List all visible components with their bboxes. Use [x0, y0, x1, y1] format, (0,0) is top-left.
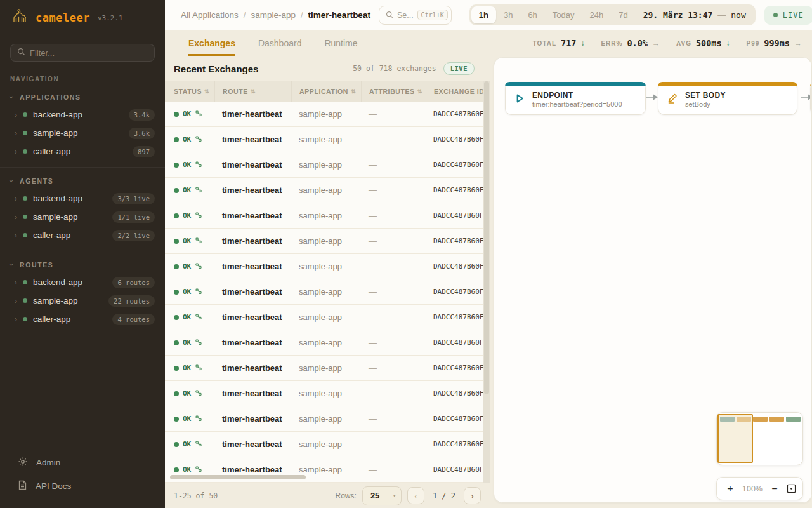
stat-avg: AVG500ms↓	[676, 38, 730, 48]
sidebar-item-backend-app[interactable]: ›backend-app3/3 live	[0, 189, 165, 208]
route-cell: timer-heartbeat	[222, 135, 282, 144]
exchange-row[interactable]: OKtimer-heartbeatsample-app—DADCC487B60F…	[165, 406, 490, 432]
exchange-row[interactable]: OKtimer-heartbeatsample-app—DADCC487B60F…	[165, 254, 490, 279]
exchange-row[interactable]: OKtimer-heartbeatsample-app—DADCC487B60F…	[165, 356, 490, 381]
document-icon	[18, 480, 27, 492]
date-to[interactable]: now	[726, 10, 753, 20]
time-range-24h[interactable]: 24h	[582, 6, 612, 23]
sidebar-item-caller-app[interactable]: ›caller-app2/2 live	[0, 226, 165, 244]
prev-page-button[interactable]: ‹	[407, 487, 424, 504]
sidebar-footer-api-docs[interactable]: API Docs	[0, 474, 165, 498]
route-cell: timer-heartbeat	[222, 236, 282, 246]
zoom-in-button[interactable]: +	[723, 484, 737, 494]
vertical-scrollbar[interactable]	[483, 81, 490, 483]
time-range-7d[interactable]: 7d	[611, 6, 635, 23]
exchange-row[interactable]: OKtimer-heartbeatsample-app—DADCC487B60F…	[165, 127, 490, 152]
sidebar-item-sample-app[interactable]: ›sample-app22 routes	[0, 291, 165, 310]
application-cell: sample-app	[299, 338, 342, 347]
column-header-attributes[interactable]: ATTRIBUTES⇅	[361, 81, 426, 102]
column-header-status[interactable]: STATUS⇅	[165, 81, 214, 102]
route-cell: timer-heartbeat	[222, 109, 282, 119]
route-steps-icon	[195, 210, 202, 222]
zoom-out-button[interactable]: −	[768, 484, 782, 494]
sidebar-item-sample-app[interactable]: ›sample-app3.6k	[0, 124, 165, 142]
sidebar-group-agents: ›AGENTS›backend-app3/3 live›sample-app1/…	[0, 168, 165, 251]
sort-icon: ⇅	[351, 88, 356, 95]
content: Recent Exchanges 50 of 718 exchanges LIV…	[165, 56, 812, 508]
exchange-row[interactable]: OKtimer-heartbeatsample-app—DADCC487B60F…	[165, 432, 490, 457]
tab-exchanges[interactable]: Exchanges	[188, 30, 235, 56]
exchange-id-cell: DADCC487B60F8	[433, 288, 488, 296]
breadcrumb-item[interactable]: timer-heartbeat	[308, 10, 370, 20]
breadcrumb-item[interactable]: sample-app	[251, 10, 296, 20]
status-ok-dot	[174, 366, 179, 371]
sidebar-item-sample-app[interactable]: ›sample-app1/1 live	[0, 208, 165, 226]
tab-dashboard[interactable]: Dashboard	[258, 30, 302, 56]
time-range-3h[interactable]: 3h	[496, 6, 520, 23]
sidebar-footer-admin[interactable]: Admin	[0, 451, 165, 474]
exchange-row[interactable]: OKtimer-heartbeatsample-app—DADCC487B60F…	[165, 152, 490, 178]
column-label: ATTRIBUTES	[369, 88, 415, 95]
global-search[interactable]: Se... Ctrl+K	[379, 6, 452, 25]
group-header-routes[interactable]: ›ROUTES	[0, 255, 165, 273]
live-toggle[interactable]: LIVE	[764, 6, 812, 25]
footer-label: Admin	[36, 458, 60, 467]
breadcrumb-item[interactable]: All Applications	[181, 10, 239, 20]
minimap[interactable]	[716, 412, 803, 465]
route-canvas[interactable]: ENDPOINT timer:heartbeat?period=5000	[494, 57, 812, 503]
fit-view-button[interactable]	[787, 484, 796, 493]
sidebar-item-caller-app[interactable]: ›caller-app897	[0, 142, 165, 161]
chevron-down-icon: ▾	[393, 493, 396, 498]
sidebar-filter[interactable]	[10, 44, 155, 62]
chevron-down-icon: ›	[8, 180, 15, 182]
minimap-node-bar	[786, 417, 801, 422]
item-label: backend-app	[33, 277, 82, 287]
flow-node-set-body[interactable]: SET BODY setBody	[658, 82, 797, 115]
time-range-1h[interactable]: 1h	[471, 6, 496, 23]
item-label: sample-app	[33, 212, 78, 222]
exchange-row[interactable]: OKtimer-heartbeatsample-app—DADCC487B60F…	[165, 203, 490, 229]
node-title: SET BODY	[685, 91, 726, 100]
status-ok-dot	[174, 137, 179, 142]
tab-runtime[interactable]: Runtime	[324, 30, 357, 56]
panel-header: Recent Exchanges 50 of 718 exchanges LIV…	[165, 56, 490, 81]
item-badge: 3/3 live	[112, 193, 155, 204]
group-label: AGENTS	[20, 177, 53, 185]
group-header-agents[interactable]: ›AGENTS	[0, 171, 165, 189]
attributes-cell: —	[369, 414, 377, 424]
column-header-application[interactable]: APPLICATION⇅	[291, 81, 361, 102]
group-header-applications[interactable]: ›APPLICATIONS	[0, 88, 165, 105]
minimap-viewport[interactable]	[717, 414, 753, 463]
trend-down-icon: ↓	[580, 39, 584, 48]
filter-input[interactable]	[30, 48, 148, 58]
navigation-label: NAVIGATION	[10, 76, 155, 83]
time-range-6h[interactable]: 6h	[520, 6, 544, 23]
date-from[interactable]: 29. März 13:47	[636, 10, 718, 20]
status-dot	[23, 112, 27, 117]
node-title: ENDPOINT	[532, 91, 622, 100]
time-range-today[interactable]: Today	[545, 6, 582, 23]
exchange-row[interactable]: OKtimer-heartbeatsample-app—DADCC487B60F…	[165, 381, 490, 406]
sidebar-item-backend-app[interactable]: ›backend-app3.4k	[0, 105, 165, 124]
horizontal-scrollbar[interactable]	[170, 475, 306, 479]
rows-per-page-select[interactable]: 25 ▾	[362, 486, 402, 505]
item-badge: 2/2 live	[112, 230, 155, 241]
attributes-cell: —	[369, 262, 377, 271]
tab-strip: ExchangesDashboardRuntime TOTAL717↓ERR%0…	[165, 30, 812, 56]
logo[interactable]: cameleer v3.2.1	[0, 0, 165, 36]
live-label: LIVE	[783, 11, 804, 20]
column-header-exchange-id[interactable]: EXCHANGE ID⇅	[426, 81, 490, 102]
column-header-route[interactable]: ROUTE⇅	[214, 81, 291, 102]
exchange-row[interactable]: OKtimer-heartbeatsample-app—DADCC487B60F…	[165, 102, 490, 127]
exchange-row[interactable]: OKtimer-heartbeatsample-app—DADCC487B60F…	[165, 229, 490, 254]
exchange-row[interactable]: OKtimer-heartbeatsample-app—DADCC487B60F…	[165, 178, 490, 203]
next-page-button[interactable]: ›	[464, 487, 481, 504]
flow-node-endpoint[interactable]: ENDPOINT timer:heartbeat?period=5000	[505, 82, 646, 115]
sidebar-item-caller-app[interactable]: ›caller-app4 routes	[0, 310, 165, 328]
exchange-row[interactable]: OKtimer-heartbeatsample-app—DADCC487B60F…	[165, 305, 490, 330]
exchange-row[interactable]: OKtimer-heartbeatsample-app—DADCC487B60F…	[165, 330, 490, 356]
sidebar-item-backend-app[interactable]: ›backend-app6 routes	[0, 273, 165, 291]
exchange-row[interactable]: OKtimer-heartbeatsample-app—DADCC487B60F…	[165, 279, 490, 305]
status-ok-dot	[174, 442, 179, 447]
attributes-cell: —	[369, 439, 377, 449]
